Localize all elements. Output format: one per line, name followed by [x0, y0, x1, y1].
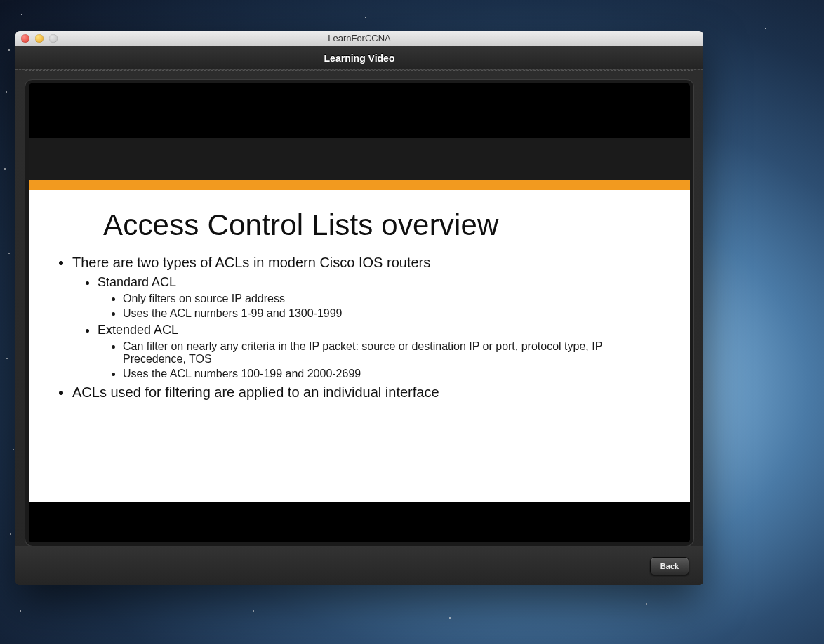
letterbox-bottom — [29, 502, 690, 542]
list-item: Can filter on nearly any criteria in the… — [123, 340, 649, 365]
slide-body: Access Control Lists overview There are … — [29, 190, 690, 422]
video-player[interactable]: Access Control Lists overview There are … — [25, 80, 693, 546]
list-item: ACLs used for filtering are applied to a… — [72, 384, 649, 401]
list-item: Standard ACL — [98, 275, 649, 290]
letterbox-top — [29, 83, 690, 138]
content-area: Access Control Lists overview There are … — [15, 70, 703, 585]
titlebar[interactable]: LearnForCCNA — [15, 31, 703, 46]
app-header: Learning Video — [15, 46, 703, 70]
list-item: Only filters on source IP address — [123, 293, 649, 305]
back-button[interactable]: Back — [650, 557, 689, 575]
page-title: Learning Video — [324, 53, 395, 64]
slide: Access Control Lists overview There are … — [29, 138, 690, 502]
footer-bar: Back — [15, 546, 703, 585]
list-item: There are two types of ACLs in modern Ci… — [72, 255, 649, 271]
slide-header-bar — [29, 138, 690, 180]
slide-accent-bar — [29, 180, 690, 190]
list-item: Extended ACL — [98, 323, 649, 337]
slide-title: Access Control Lists overview — [103, 208, 649, 242]
list-item: Uses the ACL numbers 1-99 and 1300-1999 — [123, 307, 649, 320]
window-title: LearnForCCNA — [15, 33, 703, 43]
app-window: LearnForCCNA Learning Video Access Contr… — [15, 31, 703, 585]
list-item: Uses the ACL numbers 100-199 and 2000-26… — [123, 368, 649, 380]
